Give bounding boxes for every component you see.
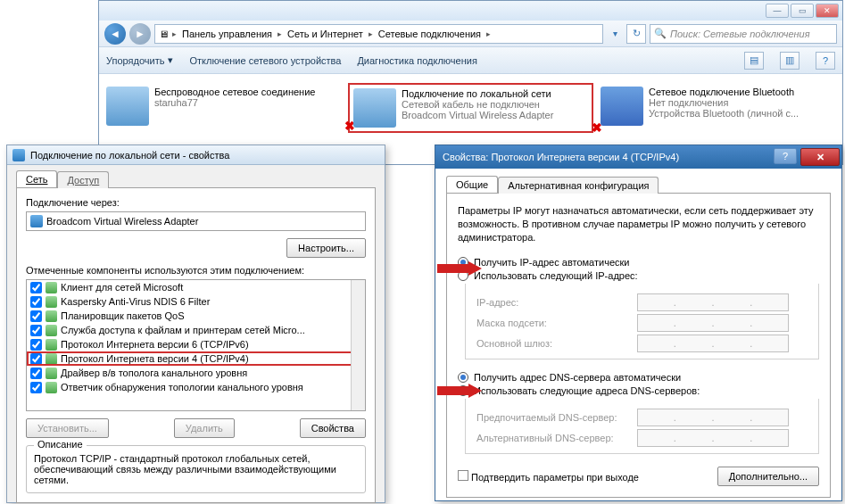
component-checkbox[interactable]	[30, 310, 42, 322]
connections-list: Беспроводное сетевое соединение staruha7…	[99, 74, 842, 142]
connect-via-label: Подключение через:	[26, 197, 366, 208]
radio-icon	[458, 372, 468, 383]
dialog-titlebar-ipv4: Свойства: Протокол Интернета версии 4 (T…	[435, 145, 841, 169]
history-dropdown[interactable]: ▾	[607, 24, 623, 44]
connection-item-wifi[interactable]: Беспроводное сетевое соединение staruha7…	[103, 83, 344, 133]
connection-name: Сетевое подключение Bluetooth	[649, 87, 799, 97]
dns1-label: Предпочитаемый DNS-сервер:	[476, 412, 637, 423]
maximize-button[interactable]: ▭	[791, 4, 814, 18]
component-item: Ответчик обнаружения топологии канальног…	[27, 380, 365, 394]
component-icon	[46, 368, 57, 379]
tabs: Общие Альтернативная конфигурация	[446, 176, 831, 193]
computer-icon: 🖥	[159, 29, 169, 39]
component-item: Служба доступа к файлам и принтерам сете…	[27, 323, 365, 337]
properties-button[interactable]: Свойства	[300, 418, 366, 438]
component-checkbox[interactable]	[30, 282, 42, 293]
install-button[interactable]: Установить...	[26, 418, 109, 438]
info-text: Параметры IP могут назначаться автоматич…	[458, 204, 819, 244]
remove-button[interactable]: Удалить	[174, 418, 235, 438]
dialog-title: Свойства: Протокол Интернета версии 4 (T…	[443, 152, 679, 162]
forward-icon[interactable]: ►	[129, 23, 151, 45]
component-item-ipv4: Протокол Интернета версии 4 (TCP/IPv4)	[27, 351, 365, 366]
component-item: Протокол Интернета версии 6 (TCP/IPv6)	[27, 337, 365, 351]
component-item: Планировщик пакетов QoS	[27, 309, 365, 323]
component-checkbox[interactable]	[30, 339, 42, 351]
navbar: ◄ ► 🖥▸ Панель управления▸ Сеть и Интерне…	[99, 21, 842, 47]
tab-access[interactable]: Доступ	[57, 171, 109, 188]
components-list[interactable]: Клиент для сетей Microsoft Kaspersky Ant…	[26, 279, 366, 411]
ip-fields-group: IP-адрес:... Маска подсети:... Основной …	[465, 284, 819, 359]
search-input[interactable]: 🔍 Поиск: Сетевые подключения	[650, 24, 837, 44]
radio-ip-manual[interactable]: Использовать следующий IP-адрес:	[458, 270, 819, 281]
component-icon	[46, 310, 57, 322]
explorer-window: — ▭ ✕ ◄ ► 🖥▸ Панель управления▸ Сеть и И…	[98, 0, 843, 165]
connection-item-lan[interactable]: ✖ Подключение по локальной сети Сетевой …	[348, 83, 593, 133]
minimize-button[interactable]: —	[766, 4, 789, 18]
network-adapter-icon	[106, 87, 149, 126]
component-checkbox[interactable]	[30, 382, 42, 393]
component-icon	[46, 353, 57, 365]
adapter-field: Broadcom Virtual Wireless Adapter	[26, 211, 366, 231]
component-icon	[46, 339, 57, 351]
network-icon	[12, 149, 25, 161]
connection-item-bluetooth[interactable]: ✖ Сетевое подключение Bluetooth Нет подк…	[597, 83, 839, 133]
radio-dns-auto[interactable]: Получить адрес DNS-сервера автоматически	[458, 372, 819, 383]
diagnose-button[interactable]: Диагностика подключения	[357, 55, 476, 66]
help-button[interactable]: ?	[774, 148, 797, 164]
breadcrumb-seg[interactable]: Сеть и Интернет	[286, 29, 365, 39]
view-large-icons-button[interactable]: ▤	[744, 52, 764, 70]
connection-properties-dialog: Подключение по локальной сети - свойства…	[6, 145, 385, 503]
radio-ip-auto[interactable]: Получить IP-адрес автоматически	[458, 257, 819, 268]
close-button[interactable]: ✕	[800, 148, 840, 166]
component-item: Драйвер в/в тополога канального уровня	[27, 366, 365, 380]
component-icon	[46, 296, 57, 308]
description-text: Протокол TCP/IP - стандартный протокол г…	[34, 453, 358, 485]
view-details-button[interactable]: ▥	[780, 52, 799, 70]
connection-device: staruha77	[154, 97, 315, 108]
dns2-input: ...	[637, 429, 789, 447]
disable-device-button[interactable]: Отключение сетевого устройства	[189, 55, 341, 66]
dialog-titlebar: Подключение по локальной сети - свойства	[7, 145, 385, 165]
connection-name: Беспроводное сетевое соединение	[154, 87, 315, 97]
search-icon: 🔍	[654, 28, 667, 39]
organize-menu[interactable]: Упорядочить ▾	[106, 54, 173, 66]
component-checkbox[interactable]	[30, 353, 42, 365]
dialog-title: Подключение по локальной сети - свойства	[30, 150, 229, 161]
tab-altcfg[interactable]: Альтернативная конфигурация	[498, 177, 659, 194]
mask-input: ...	[637, 314, 789, 332]
breadcrumb-seg[interactable]: Сетевые подключения	[377, 29, 483, 39]
scrollbar[interactable]	[351, 280, 365, 410]
help-icon[interactable]: ?	[816, 52, 835, 70]
description-legend: Описание	[34, 439, 87, 450]
connection-status: Нет подключения	[649, 97, 799, 108]
radio-dns-manual[interactable]: Использовать следующие адреса DNS-сервер…	[458, 385, 819, 396]
tab-panel: Подключение через: Broadcom Virtual Wire…	[16, 187, 376, 503]
connection-status: Сетевой кабель не подключен	[402, 99, 553, 110]
component-icon	[46, 282, 57, 293]
ip-label: IP-адрес:	[476, 297, 637, 308]
close-button[interactable]: ✕	[816, 4, 839, 18]
dns-fields-group: Предпочитаемый DNS-сервер:... Альтернати…	[465, 399, 819, 454]
components-label: Отмеченные компоненты используются этим …	[26, 265, 366, 276]
annotation-arrow-icon	[437, 384, 482, 398]
component-checkbox[interactable]	[30, 296, 42, 308]
connection-device: Устройства Bluetooth (личной с...	[649, 108, 799, 119]
connection-device: Broadcom Virtual Wireless Adapter	[402, 110, 553, 120]
back-icon[interactable]: ◄	[104, 23, 126, 45]
component-checkbox[interactable]	[30, 325, 42, 336]
advanced-button[interactable]: Дополнительно...	[717, 467, 819, 486]
breadcrumb-seg[interactable]: Панель управления	[180, 29, 274, 39]
validate-exit-checkbox[interactable]: Подтвердить параметры при выходе	[458, 470, 639, 483]
tab-network[interactable]: Сеть	[16, 170, 57, 187]
connection-name: Подключение по локальной сети	[402, 88, 553, 99]
tabs: Сеть Доступ	[16, 170, 376, 187]
component-item: Kaspersky Anti-Virus NDIS 6 Filter	[27, 294, 365, 309]
tab-general[interactable]: Общие	[446, 176, 498, 193]
component-icon	[46, 382, 57, 393]
breadcrumb[interactable]: 🖥▸ Панель управления▸ Сеть и Интернет▸ С…	[154, 24, 603, 44]
component-checkbox[interactable]	[30, 368, 42, 379]
configure-button[interactable]: Настроить...	[286, 238, 366, 258]
refresh-icon[interactable]: ↻	[626, 24, 646, 44]
search-placeholder: Поиск: Сетевые подключения	[670, 29, 810, 39]
component-item: Клиент для сетей Microsoft	[27, 280, 365, 294]
